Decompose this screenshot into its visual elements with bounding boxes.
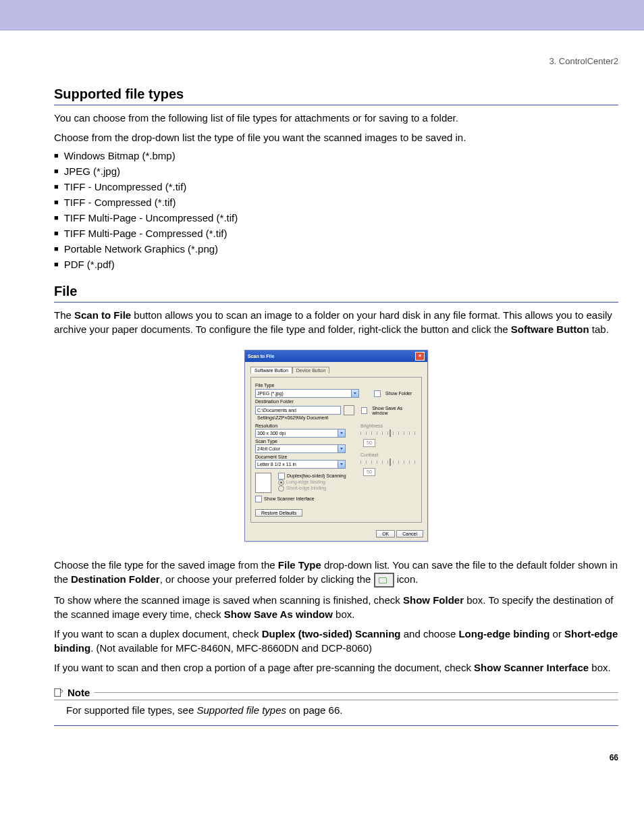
show-save-as-checkbox[interactable] bbox=[361, 407, 368, 414]
file-types-list: Windows Bitmap (*.bmp) JPEG (*.jpg) TIFF… bbox=[54, 150, 618, 270]
list-item: PDF (*.pdf) bbox=[54, 259, 618, 270]
note-body: For supported file types, see Supported … bbox=[54, 703, 618, 717]
scan-type-label: Scan Type bbox=[255, 439, 351, 444]
list-item: TIFF - Compressed (*.tif) bbox=[54, 197, 618, 208]
restore-defaults-button[interactable]: Restore Defaults bbox=[255, 509, 302, 517]
duplex-label: Duplex(two-sided) Scanning bbox=[287, 473, 346, 478]
file-type-label: File Type bbox=[255, 383, 417, 388]
document-size-dropdown[interactable]: Letter 8 1/2 x 11 in bbox=[255, 460, 346, 469]
intro-paragraph-1: You can choose from the following list o… bbox=[54, 111, 618, 125]
tab-software-button[interactable]: Software Button bbox=[250, 367, 292, 373]
brightness-slider[interactable] bbox=[360, 432, 419, 435]
page-header-band bbox=[0, 0, 644, 30]
list-item: Portable Network Graphics (*.png) bbox=[54, 243, 618, 255]
file-type-dropdown[interactable]: JPEG (*.jpg) bbox=[255, 389, 359, 398]
long-edge-radio[interactable] bbox=[278, 479, 284, 486]
brightness-value: 50 bbox=[363, 439, 375, 447]
list-item: TIFF - Uncompressed (*.tif) bbox=[54, 181, 618, 192]
heading-supported-file-types: Supported file types bbox=[54, 86, 618, 105]
contrast-value: 50 bbox=[363, 468, 375, 476]
svg-rect-0 bbox=[55, 688, 61, 696]
cancel-button[interactable]: Cancel bbox=[396, 530, 423, 538]
file-paragraph-2: Choose the file type for the saved image… bbox=[54, 558, 618, 588]
close-icon[interactable]: × bbox=[415, 352, 425, 361]
note-icon bbox=[54, 688, 63, 698]
duplex-icon bbox=[255, 473, 271, 493]
heading-file: File bbox=[54, 284, 618, 303]
scan-type-dropdown[interactable]: 24bit Color bbox=[255, 444, 346, 453]
browse-folder-inline-icon bbox=[374, 573, 394, 588]
show-scanner-checkbox[interactable] bbox=[255, 496, 262, 502]
contrast-label: Contrast bbox=[360, 452, 419, 457]
long-edge-label: Long-edge binding bbox=[286, 479, 325, 484]
breadcrumb: 3. ControlCenter2 bbox=[54, 56, 618, 66]
destination-folder-field[interactable]: C:\Documents and Settings\ZZP×0629\My Do… bbox=[255, 406, 341, 415]
file-paragraph-3: To show where the scanned image is saved… bbox=[54, 593, 618, 621]
show-folder-label: Show Folder bbox=[385, 391, 412, 396]
list-item: TIFF Multi-Page - Compressed (*.tif) bbox=[54, 228, 618, 239]
file-paragraph-5: If you want to scan and then crop a port… bbox=[54, 660, 618, 675]
list-item: TIFF Multi-Page - Uncompressed (*.tif) bbox=[54, 212, 618, 224]
short-edge-label: Short-edge binding bbox=[286, 486, 326, 490]
resolution-label: Resolution bbox=[255, 423, 351, 428]
note-box: Note For supported file types, see Suppo… bbox=[54, 687, 618, 726]
document-size-label: Document Size bbox=[255, 454, 351, 459]
show-scanner-label: Show Scanner Interface bbox=[264, 496, 315, 501]
intro-paragraph-2: Choose from the drop-down list the type … bbox=[54, 130, 618, 145]
resolution-dropdown[interactable]: 300 x 300 dpi bbox=[255, 429, 346, 438]
file-paragraph-1: The Scan to File button allows you to sc… bbox=[54, 308, 618, 336]
browse-folder-icon[interactable] bbox=[344, 405, 354, 415]
contrast-slider[interactable] bbox=[360, 461, 419, 464]
show-save-as-label: Show Save As window bbox=[372, 406, 417, 415]
brightness-label: Brightness bbox=[360, 423, 419, 428]
page-number: 66 bbox=[54, 753, 618, 762]
dialog-titlebar: Scan to File × bbox=[245, 350, 427, 362]
list-item: JPEG (*.jpg) bbox=[54, 165, 618, 177]
scan-to-file-dialog: Scan to File × Software ButtonDevice But… bbox=[244, 350, 428, 542]
short-edge-radio[interactable] bbox=[278, 486, 284, 492]
tab-device-button[interactable]: Device Button bbox=[292, 367, 330, 373]
dialog-title: Scan to File bbox=[248, 354, 274, 359]
destination-folder-label: Destination Folder bbox=[255, 399, 417, 404]
duplex-checkbox[interactable] bbox=[278, 473, 285, 479]
list-item: Windows Bitmap (*.bmp) bbox=[54, 150, 618, 161]
note-label: Note bbox=[68, 687, 90, 698]
show-folder-checkbox[interactable] bbox=[374, 390, 381, 397]
file-paragraph-4: If you want to scan a duplex document, c… bbox=[54, 627, 618, 655]
ok-button[interactable]: OK bbox=[376, 530, 395, 538]
